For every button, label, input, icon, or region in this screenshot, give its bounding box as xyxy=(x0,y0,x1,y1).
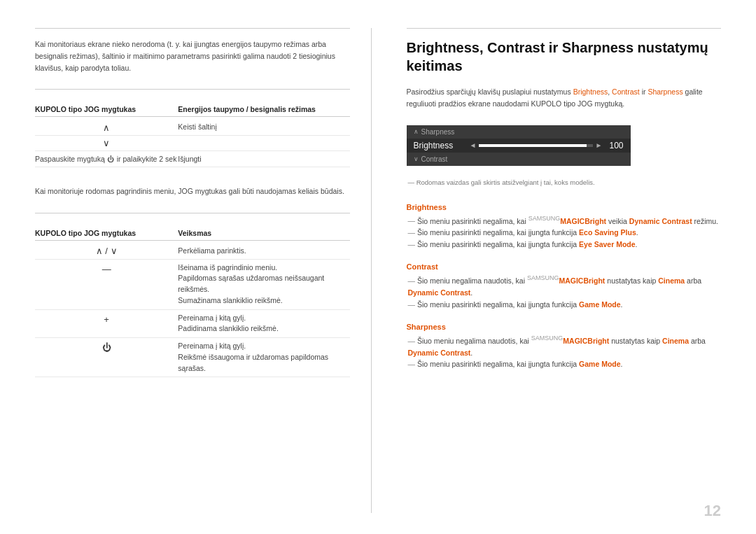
table2-row-2: — Išeinama iš pagrindinio meniu. Papildo… xyxy=(35,260,350,310)
table1-col1-header: KUPOLO tipo JOG mygtukas xyxy=(35,105,178,113)
table2-col2-header: Veiksmas xyxy=(178,229,349,237)
table2-row4-line1: Pereinama į kitą gylį. xyxy=(178,341,349,352)
cinema-link-2: Cinema xyxy=(662,337,689,345)
brightness-value: 100 xyxy=(603,141,624,150)
table2-row-1: ∧ / ∨ Perkėliama parinktis. xyxy=(35,244,350,260)
table1-hold-col2: Išjungti xyxy=(178,155,349,163)
power-icon: ⏻ xyxy=(102,342,111,353)
table2-row-3: + Pereinama į kitą gylį. Padidinama slan… xyxy=(35,310,350,339)
up-down-icon: ∧ / ∨ xyxy=(96,246,118,256)
contrast-menu-item: Contrast xyxy=(421,155,448,163)
table1-row1-action: Keisti šaltinį xyxy=(178,122,349,133)
game-mode-link-2: Game Mode xyxy=(579,360,621,368)
divider-1 xyxy=(35,89,350,90)
sharpness-link: Sharpness xyxy=(648,87,682,96)
slider-fill xyxy=(479,144,587,147)
hold-text: Paspauskite mygtuką ⏻ ir palaikykite 2 s… xyxy=(35,155,176,163)
table-1: KUPOLO tipo JOG mygtukas Energijos taupy… xyxy=(35,105,350,167)
table2-row3-line1: Pereinama į kitą gylį. xyxy=(178,313,349,324)
chevron-up-icon: ∧ xyxy=(414,128,419,135)
table2-row2-line3: Sumažinama slankiklio reikšmė. xyxy=(178,295,349,307)
table2-row2-line1: Išeinama iš pagrindinio meniu. xyxy=(178,262,349,274)
brightness-bullet-3: Šio meniu pasirinkti negalima, kai įjung… xyxy=(407,239,722,251)
sharpness-section: Sharpness Šiuo meniu negalima naudotis, … xyxy=(407,318,722,370)
contrast-section-title: Contrast xyxy=(407,262,722,271)
table1-hold-col1: Paspauskite mygtuką ⏻ ir palaikykite 2 s… xyxy=(35,155,178,163)
table2-row3-symbol: + xyxy=(35,313,178,325)
right-intro-text: Pasirodžius sparčiųjų klavišų puslapiui … xyxy=(407,86,722,110)
table1-row1-symbol: ∧ xyxy=(35,122,178,133)
table1-row-2: ∨ xyxy=(35,136,350,151)
table2-row-4: ⏻ Pereinama į kitą gylį. Reikšmė išsaugo… xyxy=(35,338,350,377)
table2-row4-action: Pereinama į kitą gylį. Reikšmė išsaugoma… xyxy=(178,341,349,374)
monitor-ui-top-row: ∧ Sharpness xyxy=(407,125,631,139)
slider-container: ◄ ► xyxy=(470,141,603,149)
page: Kai monitoriaus ekrane nieko nerodoma (t… xyxy=(0,0,756,534)
table1-header: KUPOLO tipo JOG mygtukas Energijos taupy… xyxy=(35,105,350,117)
table1-row2-symbol: ∨ xyxy=(35,138,178,148)
up-arrow-icon: ∧ xyxy=(103,122,110,133)
sharpness-bullet-1: Šiuo meniu negalima naudotis, kai SAMSUN… xyxy=(407,333,722,358)
brightness-menu-item: Brightness xyxy=(414,141,470,150)
dynamic-contrast-link-1: Dynamic Contrast xyxy=(629,216,692,225)
table2-row1-action: Perkėliama parinktis. xyxy=(178,246,349,257)
eco-saving-link: Eco Saving Plus xyxy=(579,228,636,237)
cinema-link-1: Cinema xyxy=(658,276,685,285)
page-title: Brightness, Contrast ir Sharpness nustat… xyxy=(407,28,722,75)
right-column: Brightness, Contrast ir Sharpness nustat… xyxy=(400,28,722,513)
page-number: 12 xyxy=(704,502,721,520)
dynamic-contrast-link-2: Dynamic Contrast xyxy=(408,288,471,297)
table2-col1-header: KUPOLO tipo JOG mygtukas xyxy=(35,229,178,237)
sharpness-menu-item: Sharpness xyxy=(421,128,455,136)
left-column: Kai monitoriaus ekrane nieko nerodoma (t… xyxy=(35,28,372,513)
sharpness-section-title: Sharpness xyxy=(407,323,722,331)
table2-row3-action: Pereinama į kitą gylį. Padidinama slanki… xyxy=(178,313,349,335)
table2-row4-symbol: ⏻ xyxy=(35,341,178,353)
model-note: Rodomas vaizdas gali skirtis atsižvelgia… xyxy=(407,178,722,186)
brightness-link: Brightness xyxy=(573,87,608,96)
slider-right-arrow-icon: ► xyxy=(596,141,603,149)
table1-row-1: ∧ Keisti šaltinį xyxy=(35,120,350,136)
table2-row3-line2: Padidinama slankiklio reikšmė. xyxy=(178,323,349,335)
table2-row2-symbol: — xyxy=(35,262,178,274)
contrast-section: Contrast Šio meniu negalima naudotis, ka… xyxy=(407,258,722,310)
table2-row2-action: Išeinama iš pagrindinio meniu. Papildoma… xyxy=(178,262,349,307)
minus-icon: — xyxy=(102,264,111,274)
brightness-bullet-2: Šio meniu pasirinkti negalima, kai įjung… xyxy=(407,227,722,239)
slider-left-arrow-icon: ◄ xyxy=(470,141,477,149)
contrast-bullet-1: Šio meniu negalima naudotis, kai SAMSUNG… xyxy=(407,273,722,298)
dynamic-contrast-link-3: Dynamic Contrast xyxy=(408,349,471,357)
table-2: KUPOLO tipo JOG mygtukas Veiksmas ∧ / ∨ … xyxy=(35,229,350,378)
eye-saver-link: Eye Saver Mode xyxy=(579,240,636,248)
table1-hold-row: Paspauskite mygtuką ⏻ ir palaikykite 2 s… xyxy=(35,151,350,167)
monitor-ui-active-row: Brightness ◄ ► 100 xyxy=(407,139,631,153)
down-arrow-icon: ∨ xyxy=(103,138,110,148)
divider-2 xyxy=(35,213,350,213)
table2-header: KUPOLO tipo JOG mygtukas Veiksmas xyxy=(35,229,350,241)
game-mode-link-1: Game Mode xyxy=(579,300,621,309)
table2-row4-line2: Reikšmė išsaugoma ir uždaromas papildoma… xyxy=(178,352,349,374)
contrast-bullet-2: Šio meniu pasirinkti negalima, kai įjung… xyxy=(407,299,722,311)
table2-row1-symbol: ∧ / ∨ xyxy=(35,246,178,256)
plus-icon: + xyxy=(104,314,109,325)
chevron-down-icon: ∨ xyxy=(414,155,419,162)
table1-col2-header: Energijos taupymo / besignalis režimas xyxy=(178,105,349,113)
monitor-ui-bottom-row: ∨ Contrast xyxy=(407,153,631,166)
brightness-section: Brightness Šio meniu pasirinkti negalima… xyxy=(407,199,722,251)
left-intro-text: Kai monitoriaus ekrane nieko nerodoma (t… xyxy=(35,28,350,73)
monitor-ui-mockup: ∧ Sharpness Brightness ◄ ► 100 ∨ Contras… xyxy=(407,125,631,166)
table2-row2-line2: Papildomas sąrašas uždaromas neišsaugant… xyxy=(178,273,349,295)
slider-track xyxy=(479,144,592,147)
brightness-section-title: Brightness xyxy=(407,203,722,211)
table2-row1-line1: Perkėliama parinktis. xyxy=(178,246,246,255)
sharpness-bullet-2: Šio meniu pasirinkti negalima, kai įjung… xyxy=(407,358,722,370)
brightness-bullet-1: Šio meniu pasirinkti negalima, kai SAMSU… xyxy=(407,213,722,227)
contrast-link: Contrast xyxy=(612,87,640,96)
second-intro-text: Kai monitoriuje rodomas pagrindinis meni… xyxy=(35,180,350,197)
